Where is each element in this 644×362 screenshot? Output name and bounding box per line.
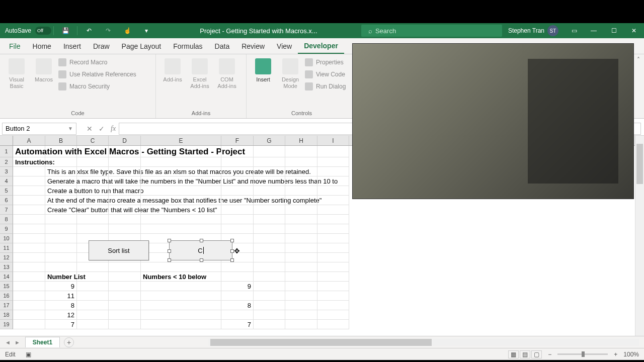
autosave-toggle[interactable]: Off [35, 27, 51, 35]
cell-D6[interactable] [109, 196, 141, 205]
cell-H15[interactable] [285, 282, 317, 291]
cell-F3[interactable] [221, 167, 254, 176]
cell-E18[interactable] [141, 310, 221, 320]
cell-B8[interactable] [45, 215, 77, 224]
row-header[interactable]: 15 [0, 282, 13, 291]
cell-D2[interactable] [109, 157, 141, 167]
cell-F13[interactable] [221, 262, 254, 272]
tab-view[interactable]: View [271, 39, 298, 53]
user-account[interactable]: Stephen Tran ST [508, 25, 558, 36]
cell-A18[interactable] [13, 310, 45, 320]
cell-A1[interactable]: Automation with Excel Macros - Getting S… [13, 146, 45, 157]
tab-insert[interactable]: Insert [57, 39, 87, 53]
cell-D7[interactable] [109, 205, 141, 215]
cell-E17[interactable] [141, 301, 221, 310]
excel-addins-button[interactable]: Excel Add-ins [187, 56, 212, 110]
cell-E1[interactable] [141, 146, 221, 157]
cell-D8[interactable] [109, 215, 141, 224]
cell-E6[interactable] [141, 196, 221, 205]
cell-B13[interactable] [45, 262, 77, 272]
cell-D3[interactable] [109, 167, 141, 176]
cell-H2[interactable] [285, 157, 317, 167]
cell-D4[interactable] [109, 176, 141, 186]
macro-record-icon[interactable]: ▣ [26, 351, 31, 358]
cell-D9[interactable] [109, 224, 141, 234]
cancel-formula-icon[interactable]: ✕ [87, 125, 93, 133]
horizontal-scrollbar[interactable] [208, 339, 639, 346]
cell-E2[interactable] [141, 157, 221, 167]
cell-H8[interactable] [285, 215, 317, 224]
cell-I9[interactable] [317, 224, 349, 234]
maximize-button[interactable]: ☐ [604, 23, 624, 38]
cell-I1[interactable] [317, 146, 349, 157]
cell-I8[interactable] [317, 215, 349, 224]
com-addins-button[interactable]: COM Add-ins [214, 56, 239, 110]
cell-B12[interactable] [45, 253, 77, 262]
cell-I15[interactable] [317, 282, 349, 291]
row-header[interactable]: 4 [0, 176, 13, 186]
cell-G17[interactable] [254, 301, 285, 310]
cell-B7[interactable]: Create "Clear" button that will clear th… [45, 205, 77, 215]
row-header[interactable]: 1 [0, 146, 13, 157]
cell-H17[interactable] [285, 301, 317, 310]
cell-I10[interactable] [317, 234, 349, 243]
properties-button[interactable]: Properties [305, 58, 346, 66]
cell-H9[interactable] [285, 224, 317, 234]
row-header[interactable]: 17 [0, 301, 13, 310]
cell-I17[interactable] [317, 301, 349, 310]
cell-H11[interactable] [285, 243, 317, 253]
col-header-e[interactable]: E [141, 136, 221, 145]
zoom-slider[interactable] [557, 353, 608, 355]
select-all-corner[interactable] [0, 136, 13, 145]
cell-G11[interactable] [254, 243, 285, 253]
view-buttons[interactable]: ▦▤▢ [507, 351, 542, 358]
row-header[interactable]: 19 [0, 320, 13, 329]
cell-B6[interactable]: At the end of the macro create a message… [45, 196, 77, 205]
cell-G12[interactable] [254, 253, 285, 262]
row-header[interactable]: 5 [0, 186, 13, 196]
cell-F17[interactable]: 8 [221, 301, 254, 310]
cell-C5[interactable] [77, 186, 109, 196]
macro-security-button[interactable]: Macro Security [58, 82, 136, 90]
cell-E5[interactable] [141, 186, 221, 196]
cell-B2[interactable] [45, 157, 77, 167]
new-sheet-button[interactable]: + [64, 337, 74, 347]
cell-C7[interactable] [77, 205, 109, 215]
cell-H19[interactable] [285, 320, 317, 329]
tab-review[interactable]: Review [235, 39, 271, 53]
run-dialog-button[interactable]: Run Dialog [305, 82, 346, 90]
cell-I12[interactable] [317, 253, 349, 262]
visual-basic-button[interactable]: Visual Basic [4, 56, 29, 110]
cell-F15[interactable]: 9 [221, 282, 254, 291]
col-header-c[interactable]: C [77, 136, 109, 145]
addins-button[interactable]: Add-ins [160, 56, 185, 110]
cell-A7[interactable] [13, 205, 45, 215]
sheet-tab-sheet1[interactable]: Sheet1 [25, 337, 60, 347]
tab-data[interactable]: Data [209, 39, 236, 53]
cell-G9[interactable] [254, 224, 285, 234]
cell-C2[interactable] [77, 157, 109, 167]
cell-F16[interactable] [221, 291, 254, 301]
row-header[interactable]: 3 [0, 167, 13, 176]
cell-C1[interactable] [77, 146, 109, 157]
cell-A11[interactable] [13, 243, 45, 253]
cell-B9[interactable] [45, 224, 77, 234]
cell-H10[interactable] [285, 234, 317, 243]
cell-D14[interactable] [109, 272, 141, 282]
col-header-h[interactable]: H [285, 136, 317, 145]
cell-C13[interactable] [77, 262, 109, 272]
cell-A10[interactable] [13, 234, 45, 243]
record-macro-button[interactable]: Record Macro [58, 58, 136, 66]
insert-control-button[interactable]: Insert [251, 56, 276, 110]
cell-I16[interactable] [317, 291, 349, 301]
cell-B10[interactable] [45, 234, 77, 243]
cell-I5[interactable] [317, 186, 349, 196]
cell-C16[interactable] [77, 291, 109, 301]
tab-file[interactable]: File [3, 39, 27, 53]
name-box[interactable]: Button 2▼ [2, 123, 76, 135]
cell-H4[interactable] [285, 176, 317, 186]
fx-icon[interactable]: fx [111, 125, 116, 133]
cell-A2[interactable]: Instructions: [13, 157, 45, 167]
zoom-in-icon[interactable]: + [614, 351, 617, 358]
cell-B17[interactable]: 8 [45, 301, 77, 310]
